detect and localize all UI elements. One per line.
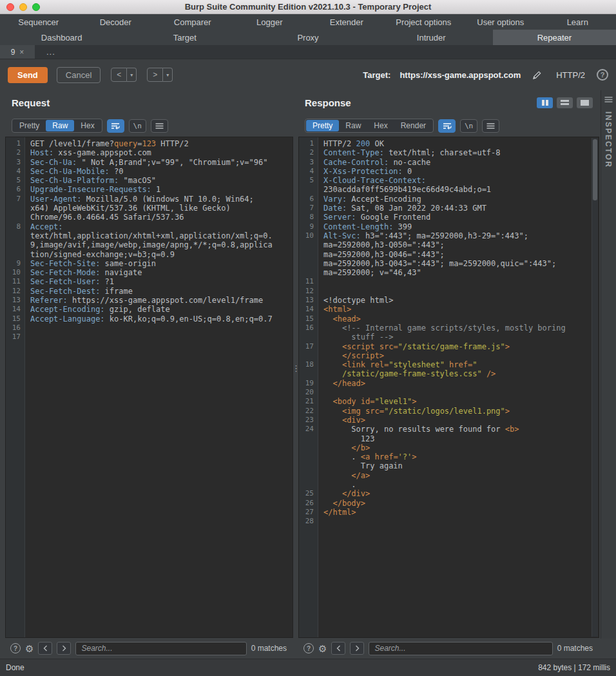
- line-number: 14: [299, 305, 318, 314]
- request-search-next-button[interactable]: [57, 642, 71, 655]
- response-search-settings-icon[interactable]: ⚙: [318, 644, 327, 653]
- request-editor-line: 16: [6, 324, 293, 333]
- response-tab-pretty[interactable]: Pretty: [306, 120, 339, 131]
- request-tab-pretty[interactable]: Pretty: [13, 120, 46, 131]
- line-number: 13: [6, 296, 25, 305]
- line-text: Vary: Accept-Encoding: [323, 195, 599, 204]
- tab-project-options[interactable]: Project options: [385, 14, 463, 30]
- response-editor-line: 11: [299, 277, 599, 286]
- response-editor-line: ma=2592000,h3-Q043=":443"; ma=2592000,qu…: [299, 259, 599, 268]
- minimize-window-button[interactable]: [19, 3, 27, 11]
- response-match-count: 0 matches: [557, 644, 594, 653]
- line-number: 22: [299, 407, 318, 416]
- request-tab-hex[interactable]: Hex: [74, 120, 101, 131]
- response-search-prev-button[interactable]: [331, 642, 345, 655]
- more-tabs-indicator[interactable]: ...: [46, 45, 55, 59]
- protocol-selector[interactable]: HTTP/2: [556, 70, 585, 80]
- help-icon[interactable]: ?: [597, 69, 608, 81]
- line-text: Accept:: [30, 222, 293, 231]
- response-search-next-button[interactable]: [350, 642, 364, 655]
- cancel-button[interactable]: Cancel: [57, 67, 101, 83]
- response-editor[interactable]: 1HTTP/2 200 OK2Content-Type: text/html; …: [298, 137, 599, 638]
- history-back-button[interactable]: <: [111, 68, 127, 82]
- line-text: stuff -->: [323, 333, 599, 342]
- edit-target-pencil-icon[interactable]: [532, 70, 542, 80]
- line-text: Server: Google Frontend: [323, 213, 599, 222]
- line-number: 7: [299, 204, 318, 213]
- line-text: 123: [323, 434, 599, 443]
- view-split-rows-button[interactable]: [557, 97, 573, 108]
- response-editor-line: 28: [299, 517, 599, 526]
- zoom-window-button[interactable]: [32, 3, 40, 11]
- line-text: <img src="/static/logos/level1.png">: [323, 407, 599, 416]
- response-editor-line: ma=2592000,h3-Q050=":443";: [299, 240, 599, 249]
- tab-sequencer[interactable]: Sequencer: [0, 14, 77, 30]
- line-text: </body>: [323, 499, 599, 508]
- response-tab-raw[interactable]: Raw: [339, 120, 367, 131]
- line-number: 1: [299, 139, 318, 148]
- tab-proxy[interactable]: Proxy: [246, 30, 369, 45]
- line-text: . <a href='?'>: [323, 452, 599, 461]
- history-back-dropdown[interactable]: ▾: [127, 68, 137, 82]
- tab-comparer[interactable]: Comparer: [154, 14, 231, 30]
- request-editor[interactable]: 1GET /level1/frame?query=123 HTTP/22Host…: [5, 137, 293, 638]
- response-tab-render[interactable]: Render: [394, 120, 432, 131]
- tab-logger[interactable]: Logger: [231, 14, 309, 30]
- response-editor-menu-button[interactable]: [482, 119, 499, 133]
- repeater-session-tab[interactable]: 9 ×: [0, 45, 35, 59]
- tab-extender[interactable]: Extender: [308, 14, 385, 30]
- tab-learn[interactable]: Learn: [539, 14, 616, 30]
- line-number: 10: [299, 231, 318, 240]
- tab-intruder[interactable]: Intruder: [370, 30, 493, 45]
- response-tab-hex[interactable]: Hex: [367, 120, 394, 131]
- line-text: Sec-Fetch-Site: same-origin: [30, 259, 293, 268]
- response-search-input[interactable]: [369, 642, 552, 655]
- response-editor-line: 4X-Xss-Protection: 0: [299, 167, 599, 176]
- response-editor-line: 6Vary: Accept-Encoding: [299, 195, 599, 204]
- inspector-tab[interactable]: INSPECTOR: [601, 90, 615, 639]
- response-editor-line: </a>: [299, 471, 599, 480]
- repeater-toolbar: Send Cancel < ▾ > ▾ Target: https://xss-…: [0, 59, 616, 90]
- request-search-settings-icon[interactable]: ⚙: [25, 644, 34, 653]
- response-search-help-icon[interactable]: ?: [303, 643, 314, 653]
- tab-dashboard[interactable]: Dashboard: [0, 30, 123, 45]
- view-single-button[interactable]: [577, 97, 593, 108]
- response-editor-line: 9Content-Length: 399: [299, 222, 599, 231]
- response-newline-toggle-button[interactable]: \n: [460, 119, 477, 133]
- line-number: 17: [299, 342, 318, 351]
- response-editor-line: 22 <img src="/static/logos/level1.png">: [299, 407, 599, 416]
- line-text: </b>: [323, 443, 599, 452]
- view-split-columns-button[interactable]: [537, 97, 553, 108]
- request-editor-menu-button[interactable]: [151, 119, 168, 133]
- line-number: 25: [299, 489, 318, 498]
- request-tab-raw[interactable]: Raw: [46, 120, 74, 131]
- history-forward-button[interactable]: >: [147, 68, 163, 82]
- close-window-button[interactable]: [6, 3, 14, 11]
- request-editor-line: 6Upgrade-Insecure-Requests: 1: [6, 185, 293, 194]
- tab-repeater[interactable]: Repeater: [493, 30, 616, 45]
- tab-target[interactable]: Target: [123, 30, 246, 45]
- close-tab-icon[interactable]: ×: [19, 48, 24, 57]
- response-wrap-toggle-button[interactable]: [438, 119, 456, 133]
- request-search-input[interactable]: [75, 642, 246, 655]
- history-forward-dropdown[interactable]: ▾: [163, 68, 173, 82]
- send-button[interactable]: Send: [8, 67, 48, 83]
- response-scrollbar-thumb[interactable]: [593, 139, 597, 200]
- panel-divider-handle[interactable]: ⋮: [292, 366, 298, 371]
- response-editor-line: 26 </body>: [299, 499, 599, 508]
- line-text: Sec-Fetch-User: ?1: [30, 277, 293, 286]
- request-newline-toggle-button[interactable]: \n: [129, 119, 146, 133]
- line-text: [323, 287, 599, 296]
- response-panel: Response PrettyRawHexRender: [298, 90, 599, 659]
- tab-user-options[interactable]: User options: [462, 14, 539, 30]
- line-number: 4: [6, 167, 25, 176]
- request-search-prev-button[interactable]: [38, 642, 52, 655]
- tab-decoder[interactable]: Decoder: [77, 14, 155, 30]
- request-search-help-icon[interactable]: ?: [10, 643, 21, 653]
- line-number: 7: [6, 195, 25, 204]
- line-text: Sec-Ch-Ua-Platform: "macOS": [30, 176, 293, 185]
- response-scrollbar-track[interactable]: [592, 138, 598, 637]
- line-text: X-Xss-Protection: 0: [323, 167, 599, 176]
- line-number: 26: [299, 499, 318, 508]
- request-wrap-toggle-button[interactable]: [107, 119, 124, 133]
